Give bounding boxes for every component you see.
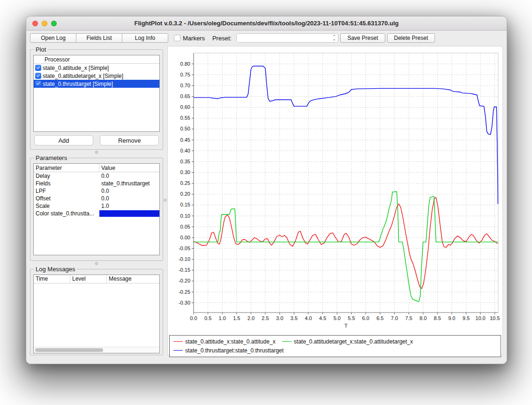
legend-label: state_0.attitudetarget_x:state_0.attitud… (294, 338, 413, 345)
add-button[interactable]: Add (34, 135, 93, 145)
x-tick-label: 1.0 (219, 315, 226, 321)
legend-line-red-icon (173, 341, 183, 342)
param-value[interactable]: 1.0 (99, 203, 159, 209)
plot-row-label: state_0.thrusttarget [Simple] (43, 81, 113, 87)
y-tick-label: 0.55 (180, 115, 190, 121)
y-tick-label: -0.20 (179, 278, 190, 283)
close-button[interactable] (32, 21, 38, 26)
param-row-color[interactable]: Color state_0.thrustta... (34, 210, 159, 217)
x-tick-label: 3.5 (291, 315, 298, 321)
legend-item-thrusttarget: state_0.thrusttarget:state_0.thrusttarge… (173, 347, 284, 354)
y-tick-label: -0.05 (179, 245, 190, 251)
remove-button[interactable]: Remove (100, 135, 159, 145)
x-tick-label: 0.5 (204, 315, 211, 321)
x-tick-label: 3.0 (276, 315, 283, 321)
scrollbar-thumb[interactable] (35, 348, 103, 352)
y-tick-label: -0.10 (179, 256, 190, 262)
param-row-fields[interactable]: Fields state_0.thrusttarget (34, 180, 159, 187)
param-value[interactable]: 0.0 (99, 195, 159, 202)
window-title: FlightPlot v.0.3.2 - /Users/oleg/Documen… (26, 20, 507, 27)
y-tick-label: 0.65 (180, 93, 190, 99)
plot-row-thrusttarget[interactable]: state_0.thrusttarget [Simple] (34, 80, 159, 88)
x-tick-label: 5.5 (348, 315, 355, 321)
param-row-offset[interactable]: Offset 0.0 (34, 195, 159, 202)
log-info-button[interactable]: Log Info (122, 33, 168, 43)
save-preset-button[interactable]: Save Preset (340, 33, 385, 43)
markers-checkbox[interactable] (174, 35, 180, 41)
log-table-header: Time Level Message (34, 275, 159, 283)
split-handle-horizontal[interactable] (30, 261, 163, 266)
row-checkbox-icon[interactable] (35, 73, 41, 79)
plot-panel-title: Plot (34, 46, 47, 53)
x-tick-label: 5.0 (333, 315, 340, 321)
y-tick-label: 0.50 (180, 126, 190, 131)
legend-item-attitudetarget-x: state_0.attitudetarget_x:state_0.attitud… (282, 338, 413, 345)
x-tick-label: 10.5 (490, 315, 500, 321)
x-tick-label: 7.5 (405, 315, 412, 321)
fields-list-button[interactable]: Fields List (76, 33, 122, 43)
row-checkbox-icon[interactable] (35, 81, 41, 87)
log-messages-table[interactable]: Time Level Message (33, 275, 160, 353)
open-log-button[interactable]: Open Log (30, 33, 76, 43)
param-value[interactable]: state_0.thrusttarget (99, 180, 159, 187)
x-tick-label: 4.0 (305, 315, 312, 321)
processor-column-header: Processor (43, 55, 159, 63)
param-value[interactable]: 0.0 (99, 173, 159, 179)
plot-row-label: state_0.attitudetarget_x [Simple] (43, 73, 123, 79)
y-tick-label: 0.20 (180, 191, 190, 197)
param-value[interactable]: 0.0 (99, 188, 159, 194)
zoom-button[interactable] (51, 21, 57, 26)
x-tick-label: 4.5 (319, 315, 326, 321)
y-tick-label: 0.35 (180, 159, 190, 164)
plot-table-header: Processor (34, 55, 159, 64)
split-knob-icon (95, 262, 98, 265)
legend-line-blue-icon (173, 350, 183, 351)
split-handle-horizontal[interactable] (30, 150, 163, 154)
parameters-table-header: Parameter Value (34, 164, 159, 172)
toolbar: Open Log Fields List Log Info Markers Pr… (26, 31, 507, 45)
row-checkbox-icon[interactable] (35, 65, 41, 71)
x-tick-label: 2.5 (262, 315, 269, 321)
param-name: Scale (34, 203, 99, 209)
value-column-header: Value (99, 164, 159, 172)
y-tick-label: 0.25 (180, 180, 190, 186)
y-tick-label: 0.70 (180, 83, 190, 88)
split-knob-icon (95, 151, 98, 154)
param-row-delay[interactable]: Delay 0.0 (34, 172, 159, 180)
y-tick-label: -0.30 (179, 300, 190, 306)
color-swatch[interactable] (99, 210, 159, 217)
message-column-header: Message (107, 275, 159, 283)
param-name: Delay (34, 173, 99, 179)
toolbar-button-group: Open Log Fields List Log Info (30, 33, 168, 43)
level-column-header: Level (70, 275, 107, 283)
plot-panel: Plot Processor state_0.attitude_x [Simpl… (30, 46, 163, 150)
x-tick-label: 8.0 (420, 315, 427, 321)
y-tick-label: 0.60 (180, 104, 190, 110)
log-messages-panel: Log Messages Time Level Message (30, 266, 163, 355)
split-knob-icon (164, 199, 167, 202)
preset-combobox[interactable]: ⌃⌄ (236, 33, 338, 43)
plot-row-attitudetarget-x[interactable]: state_0.attitudetarget_x [Simple] (34, 72, 159, 80)
title-bar[interactable]: FlightPlot v.0.3.2 - /Users/oleg/Documen… (26, 16, 507, 31)
markers-checkbox-group: Markers (174, 35, 205, 42)
chart-canvas[interactable]: -0.30-0.25-0.20-0.15-0.10-0.050.000.050.… (168, 47, 502, 332)
plot-row-label: state_0.attitude_x [Simple] (43, 65, 109, 71)
param-row-lpf[interactable]: LPF 0.0 (34, 187, 159, 195)
legend-line-green-icon (282, 341, 292, 342)
plot-row-attitude-x[interactable]: state_0.attitude_x [Simple] (34, 64, 159, 72)
split-handle-vertical[interactable] (163, 46, 167, 355)
parameters-table[interactable]: Parameter Value Delay 0.0 Fields state_0… (33, 163, 160, 255)
x-tick-label: 0.0 (190, 315, 197, 321)
legend-label: state_0.thrusttarget:state_0.thrusttarge… (185, 347, 284, 354)
plot-table[interactable]: Processor state_0.attitude_x [Simple] st… (33, 55, 160, 132)
minimize-button[interactable] (42, 21, 47, 26)
y-tick-label: 0.40 (180, 148, 190, 153)
delete-preset-button[interactable]: Delete Preset (387, 33, 435, 43)
chart-legend: state_0.attitude_x:state_0.attitude_x st… (169, 335, 501, 357)
left-panel: Plot Processor state_0.attitude_x [Simpl… (30, 46, 163, 355)
param-row-scale[interactable]: Scale 1.0 (34, 202, 159, 210)
x-tick-label: 7.0 (391, 315, 398, 321)
param-name: Offset (34, 195, 99, 202)
horizontal-scrollbar[interactable] (34, 347, 159, 353)
x-tick-label: 9.0 (448, 315, 455, 321)
